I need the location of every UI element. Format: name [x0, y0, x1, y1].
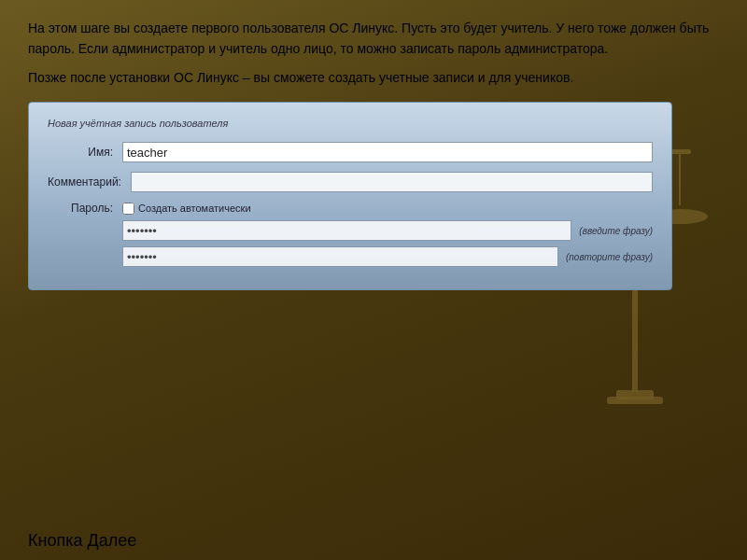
comment-row: Комментарий:: [48, 172, 653, 192]
password-row: Пароль: Создать автоматически: [48, 202, 653, 215]
content-area: На этом шаге вы создаете первого пользов…: [28, 19, 719, 504]
auto-password-checkbox[interactable]: [122, 203, 134, 215]
password-hint-1: (введите фразу): [579, 226, 653, 236]
name-label: Имя:: [48, 146, 122, 159]
password-field-2-row: (повторите фразу): [122, 246, 653, 267]
user-account-form-panel: Новая учётная запись пользователя Имя: К…: [28, 102, 672, 290]
next-button[interactable]: Кнопка Далее: [28, 531, 136, 550]
form-panel-title: Новая учётная запись пользователя: [48, 118, 653, 129]
auto-password-label: Создать автоматически: [138, 203, 251, 214]
password-confirm-input[interactable]: [122, 246, 558, 267]
name-input[interactable]: [122, 142, 653, 162]
bottom-area: Кнопка Далее: [28, 531, 136, 551]
intro-text-block: На этом шаге вы создаете первого пользов…: [28, 19, 719, 89]
password-input[interactable]: [122, 220, 571, 241]
intro-paragraph-2: Позже после установки ОС Линукс – вы смо…: [28, 68, 719, 89]
name-row: Имя:: [48, 142, 653, 162]
auto-password-row: Создать автоматически: [122, 203, 251, 215]
comment-input[interactable]: [131, 172, 653, 192]
password-hint-2: (повторите фразу): [566, 252, 653, 262]
comment-label: Комментарий:: [48, 175, 131, 189]
password-field-1-row: (введите фразу): [122, 220, 653, 241]
password-label: Пароль:: [48, 202, 122, 215]
intro-paragraph-1: На этом шаге вы создаете первого пользов…: [28, 19, 719, 59]
